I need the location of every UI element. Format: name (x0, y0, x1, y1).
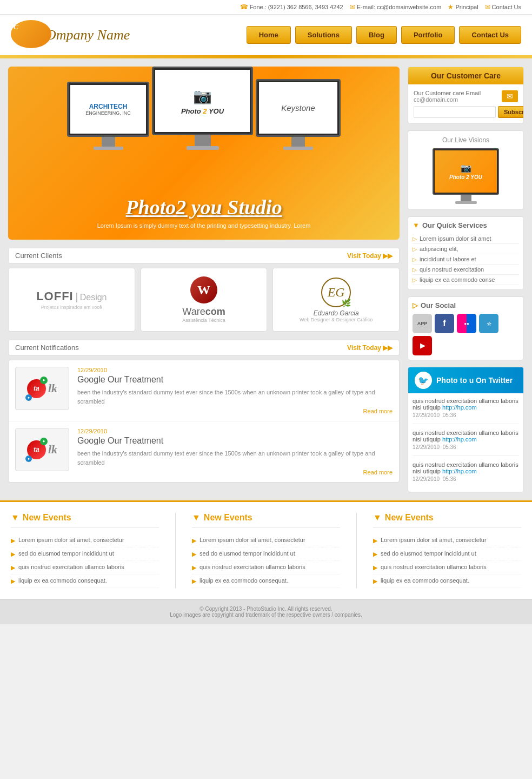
social-icon-app[interactable]: APP (413, 314, 432, 333)
principal-link[interactable]: ★ Principal (448, 3, 478, 11)
notif-thumb-1: ta ● ● lk (15, 367, 69, 410)
subscribe-row: Subscribe (414, 106, 518, 118)
events-bullet-2-3: ▶ (373, 578, 377, 585)
quick-services-box: ▼ Our Quick Services ▷ Lorem ipsum dolor… (408, 216, 524, 290)
email-info: ✉ E-mail: cc@domainwebsite.com (350, 3, 442, 11)
customer-care-header: Our Customer Care (408, 67, 523, 84)
qs-header: ▼ Our Quick Services (413, 221, 519, 229)
clients-header: Current Clients Visit Today ▶▶ (8, 248, 400, 263)
tweet-text-1: quis nostrud exercitation ullamco labori… (413, 430, 519, 443)
events-column-0: ▼ New Events ▶ Lorem ipsum dolor sit ame… (11, 513, 159, 588)
events-item-1-0: ▶ Lorem ipsum dolor sit amet, consectetu… (192, 534, 340, 547)
subscribe-button[interactable]: Subscribe (498, 106, 524, 118)
qs-item-0: ▷ Lorem ipsum dolor sit amet (413, 234, 519, 244)
tweet-text-0: quis nostrud exercitation ullamco labori… (413, 398, 519, 411)
social-icon-youtube[interactable]: ▶ (413, 336, 432, 355)
live-visions-content: Our Live Visions 📷 Photo 2 YOU (408, 131, 523, 209)
events-bullet-0-2: ▶ (11, 564, 15, 571)
tweet-link-1[interactable]: http://hp.com (442, 436, 477, 443)
email-text: E-mail: cc@domainwebsite.com (357, 4, 442, 10)
social-icon-delicious[interactable]: ☆ (479, 314, 498, 333)
nav-contact[interactable]: Contact Us (459, 26, 521, 44)
events-bullet-2-2: ▶ (373, 564, 377, 571)
nav-solutions[interactable]: Solutions (295, 26, 352, 44)
social-icons: APP f ●● ☆ ▶ (413, 314, 519, 355)
qs-item-1: ▷ adipisicing elit, (413, 244, 519, 254)
tweet-date-2: 12/29/2010 05:36 (413, 476, 519, 482)
live-visions-title: Our Live Visions (414, 136, 518, 144)
social-icon-facebook[interactable]: f (435, 314, 454, 333)
events-bullet-2-1: ▶ (373, 551, 377, 558)
twitter-box: 🐦 Photo to u On Twitter quis nostrud exe… (408, 367, 524, 492)
tweet-link-0[interactable]: http://hp.com (442, 404, 477, 411)
events-item-0-3: ▶ liquip ex ea commodo consequat. (11, 575, 159, 588)
main-nav: Home Solutions Blog Portfolio Contact Us (247, 26, 521, 44)
live-visions-box: Our Live Visions 📷 Photo 2 YOU (408, 130, 524, 210)
new-events-section: ▼ New Events ▶ Lorem ipsum dolor sit ame… (0, 500, 532, 599)
events-item-2-1: ▶ sed do eiusmod tempor incididunt ut (373, 547, 521, 561)
quick-services-content: ▼ Our Quick Services ▷ Lorem ipsum dolor… (408, 217, 523, 289)
loffi-design: Design (76, 293, 107, 302)
hero-subtitle: Lorem Ipsum is simply dummy text of the … (97, 222, 311, 229)
notifications-header: Current Notifications Visit Today ▶▶ (8, 340, 400, 355)
copyright: © Copyright 2013 - PhotoStudio Inc. All … (0, 599, 532, 624)
qs-item-4: ▷ liquip ex ea commodo conse (413, 275, 519, 285)
contact-topbar-icon: ✉ (485, 3, 490, 11)
monitor-right: Keystone (256, 79, 341, 150)
events-bullet-1-3: ▶ (192, 578, 196, 585)
read-more-2[interactable]: Read more (77, 469, 393, 476)
header: C Ompany Name Home Solutions Blog Portfo… (0, 15, 532, 55)
social-icon-flickr[interactable]: ●● (457, 314, 476, 333)
clients-grid: LOFFI Design Projetos inspirados em você… (8, 268, 400, 332)
nav-portfolio[interactable]: Portfolio (401, 26, 455, 44)
events-header-2: ▼ New Events (373, 513, 521, 527)
qs-arrow-icon: ▼ (413, 221, 420, 229)
events-bullet-1-1: ▶ (192, 551, 196, 558)
events-bullet-2-0: ▶ (373, 537, 377, 544)
social-box: ▷ Our Social APP f ●● ☆ (408, 296, 524, 360)
events-bullet-0-3: ▶ (11, 578, 15, 585)
notif-text-2: been the industry's standard dummy text … (77, 449, 393, 467)
social-content: ▷ Our Social APP f ●● ☆ (408, 297, 523, 360)
events-item-0-2: ▶ quis nostrud exercitation ullamco labo… (11, 561, 159, 575)
events-item-1-3: ▶ liquip ex ea commodo consequat. (192, 575, 340, 588)
notification-item: ta ● ● lk 12/29/2010 Google Our Treatmen… (9, 360, 399, 421)
events-header-1: ▼ New Events (192, 513, 340, 527)
notif-title-1: Google Our Treatment (77, 375, 393, 385)
nav-blog[interactable]: Blog (356, 26, 397, 44)
nav-home[interactable]: Home (247, 26, 291, 44)
warecom-circle: W (190, 276, 217, 303)
tweet-link-2[interactable]: http://hp.com (442, 468, 477, 474)
qs-item-3: ▷ quis nostrud exercitation (413, 265, 519, 275)
social-header: ▷ Our Social (413, 301, 519, 309)
events-item-2-2: ▶ quis nostrud exercitation ullamco labo… (373, 561, 521, 575)
qs-bullet-1: ▷ (413, 246, 417, 252)
eg-name: Eduardo Garcia (300, 309, 373, 317)
contact-link[interactable]: ✉ Contact Us (485, 3, 521, 11)
care-email-row: Our Customer care Email cc@domain.com ✉ (414, 90, 518, 103)
clients-visit-today[interactable]: Visit Today ▶▶ (347, 252, 393, 260)
tweet-date-1: 12/29/2010 05:36 (413, 444, 519, 450)
copyright-line2: Logo images are copyright and trademark … (11, 612, 521, 618)
warecom-sub: Assistência Técnica (182, 318, 225, 323)
mail-icon: ✉ (502, 90, 518, 102)
events-divider-2 (356, 513, 357, 588)
events-bullet-1-0: ▶ (192, 537, 196, 544)
events-arrow-icon-2: ▼ (373, 513, 382, 523)
events-bullet-1-2: ▶ (192, 564, 196, 571)
warecom-name: Warecom (182, 306, 225, 318)
clients-section: Current Clients Visit Today ▶▶ LOFFI Des… (8, 248, 400, 332)
care-email-value: cc@domain.com (414, 96, 481, 103)
notifications-visit-today[interactable]: Visit Today ▶▶ (347, 344, 393, 352)
twitter-bird-icon: 🐦 (415, 372, 432, 389)
subscribe-input[interactable] (414, 106, 496, 118)
events-arrow-icon-0: ▼ (11, 513, 19, 523)
events-item-1-1: ▶ sed do eiusmod tempor incididunt ut (192, 547, 340, 561)
read-more-1[interactable]: Read more (77, 408, 393, 414)
sidebar: Our Customer Care Our Customer care Emai… (408, 67, 524, 492)
events-item-1-2: ▶ quis nostrud exercitation ullamco labo… (192, 561, 340, 575)
care-email-info: Our Customer care Email cc@domain.com (414, 90, 481, 103)
copyright-line1: © Copyright 2013 - PhotoStudio Inc. All … (11, 606, 521, 612)
notifications-title: Current Notifications (15, 344, 79, 352)
loffi-sub: Projetos inspirados em você (36, 305, 107, 310)
